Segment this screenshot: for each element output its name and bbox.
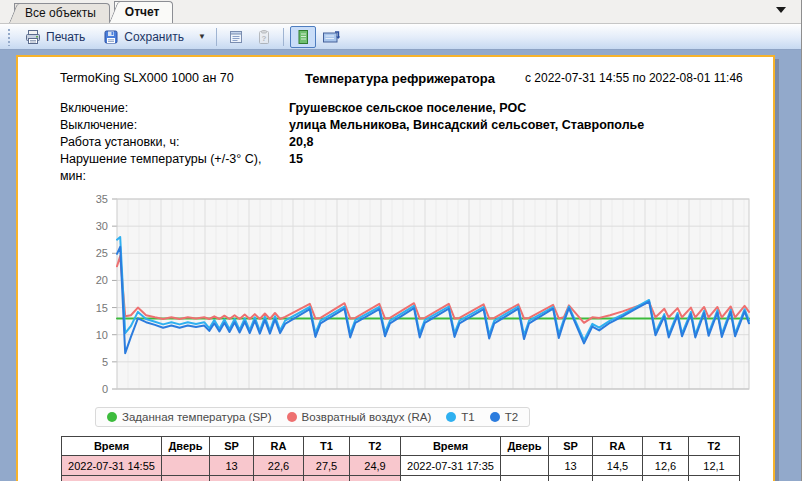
column-header: T1 xyxy=(643,437,689,456)
toolbar-separator xyxy=(216,28,217,46)
legend-label: T2 xyxy=(505,411,518,423)
info-label: Нарушение температуры (+/-3° C), мин: xyxy=(60,151,289,185)
table-cell: 22,6 xyxy=(254,456,304,476)
report-page: TermoKing SLX000 1000 ан 70 Температура … xyxy=(16,55,775,481)
info-value: улица Мельникова, Винсадский сельсовет, … xyxy=(289,117,745,134)
legend-item-ra: Возвратный воздух (RA) xyxy=(287,411,432,423)
column-header: T2 xyxy=(350,437,401,456)
temperature-chart: 05101520253035 xyxy=(75,193,751,401)
info-label: Выключение: xyxy=(60,117,289,134)
save-icon xyxy=(103,29,119,45)
help-icon: ? xyxy=(256,29,272,45)
column-header: Дверь xyxy=(501,437,549,456)
ra-legend-dot-icon xyxy=(287,412,297,422)
chart-container: 05101520253035 Заданная температура (SP)… xyxy=(75,193,745,427)
report-table: ВремяДверьSPRAT1T2ВремяДверьSPRAT1T2 202… xyxy=(61,436,740,481)
plot-area xyxy=(117,199,749,389)
report-viewport: TermoKing SLX000 1000 ан 70 Температура … xyxy=(0,50,801,481)
table-cell: 14,5 xyxy=(593,456,643,476)
report-period: с 2022-07-31 14:55 по 2022-08-01 11:46 xyxy=(525,71,745,86)
save-button-label: Сохранить xyxy=(124,30,184,44)
save-button[interactable]: Сохранить xyxy=(95,26,192,48)
landscape-page-icon xyxy=(322,29,340,45)
y-axis-label: 20 xyxy=(96,274,108,286)
y-axis-label: 15 xyxy=(96,302,108,314)
info-row-on: Включение: Грушевское сельское поселение… xyxy=(60,100,745,117)
info-value: 20,8 xyxy=(289,134,745,151)
portrait-page-icon xyxy=(295,29,311,45)
report-settings-button[interactable] xyxy=(223,26,249,48)
tab-report[interactable]: Отчет xyxy=(114,1,174,23)
column-header: SP xyxy=(210,437,254,456)
toolbar: Печать Сохранить ▼ ? xyxy=(0,24,801,50)
info-label: Работа установки, ч: xyxy=(60,134,289,151)
info-label: Включение: xyxy=(60,100,289,117)
print-button[interactable]: Печать xyxy=(17,26,93,48)
column-header: T2 xyxy=(689,437,740,456)
table-cell: 12,1 xyxy=(689,456,740,476)
table-cell: 20,6 xyxy=(350,476,401,481)
y-axis-label: 10 xyxy=(96,329,108,341)
help-button[interactable]: ? xyxy=(251,26,277,48)
table-cell: 2022-07-31 17:35 xyxy=(401,456,501,476)
t1-legend-dot-icon xyxy=(446,412,456,422)
table-cell: 22,7 xyxy=(304,476,350,481)
table-cell xyxy=(501,456,549,476)
table-cell: 2022-07-31 15:00 xyxy=(62,476,162,481)
info-row-hours: Работа установки, ч: 20,8 xyxy=(60,134,745,151)
column-header: Время xyxy=(62,437,162,456)
table-row: 2022-07-31 15:001322,522,720,62022-07-31… xyxy=(62,476,740,481)
report-header: TermoKing SLX000 1000 ан 70 Температура … xyxy=(60,71,745,86)
legend-label: Возвратный воздух (RA) xyxy=(302,411,432,423)
tab-report-label: Отчет xyxy=(125,5,160,19)
chart-legend: Заданная температура (SP) Возвратный воз… xyxy=(95,407,530,427)
report-title: Температура рефрижератора xyxy=(305,71,525,86)
column-header: RA xyxy=(254,437,304,456)
table-cell: 13 xyxy=(689,476,740,481)
legend-item-t1: T1 xyxy=(446,411,474,423)
info-value: Грушевское сельское поселение, РОС xyxy=(289,100,745,117)
table-cell: 13 xyxy=(549,476,593,481)
table-cell: 13 xyxy=(210,456,254,476)
portrait-orientation-button[interactable] xyxy=(290,26,316,48)
table-cell: 13 xyxy=(210,476,254,481)
tab-list-dropdown-icon[interactable] xyxy=(776,7,786,13)
svg-text:?: ? xyxy=(261,34,266,43)
tab-strip: Все объекты Отчет xyxy=(0,0,801,24)
table-cell: 2022-07-31 14:55 xyxy=(62,456,162,476)
info-row-off: Выключение: улица Мельникова, Винсадский… xyxy=(60,117,745,134)
print-button-label: Печать xyxy=(46,30,85,44)
tab-all-objects[interactable]: Все объекты xyxy=(14,3,110,23)
y-axis-label: 0 xyxy=(102,383,108,395)
printer-icon xyxy=(25,29,41,45)
table-cell xyxy=(162,476,210,481)
info-value: 15 xyxy=(289,151,745,185)
toolbar-grip-handle[interactable] xyxy=(7,28,12,46)
report-settings-icon xyxy=(228,29,244,45)
column-header: SP xyxy=(549,437,593,456)
landscape-orientation-button[interactable] xyxy=(318,26,344,48)
table-cell: 13 xyxy=(549,456,593,476)
table-cell: 2022-07-31 17:40 xyxy=(401,476,501,481)
y-axis-label: 35 xyxy=(96,193,108,205)
column-header: Время xyxy=(401,437,501,456)
y-axis-label: 25 xyxy=(96,247,108,259)
y-axis-label: 30 xyxy=(96,220,108,232)
y-axis-label: 5 xyxy=(102,356,108,368)
info-row-violation: Нарушение температуры (+/-3° C), мин: 15 xyxy=(60,151,745,185)
tab-all-objects-label: Все объекты xyxy=(25,6,96,20)
legend-label: Заданная температура (SP) xyxy=(122,411,272,423)
legend-label: T1 xyxy=(461,411,474,423)
table-cell: 12,6 xyxy=(643,456,689,476)
column-header: T1 xyxy=(304,437,350,456)
table-row: 2022-07-31 14:551322,627,524,92022-07-31… xyxy=(62,456,740,476)
sp-legend-dot-icon xyxy=(107,412,117,422)
table-cell: 13,5 xyxy=(643,476,689,481)
table-cell: 24,9 xyxy=(350,456,401,476)
column-header: RA xyxy=(593,437,643,456)
legend-item-t2: T2 xyxy=(490,411,518,423)
table-cell xyxy=(162,456,210,476)
table-cell: 15,6 xyxy=(593,476,643,481)
save-dropdown-caret[interactable]: ▼ xyxy=(194,26,210,48)
table-header-row: ВремяДверьSPRAT1T2ВремяДверьSPRAT1T2 xyxy=(62,437,740,456)
